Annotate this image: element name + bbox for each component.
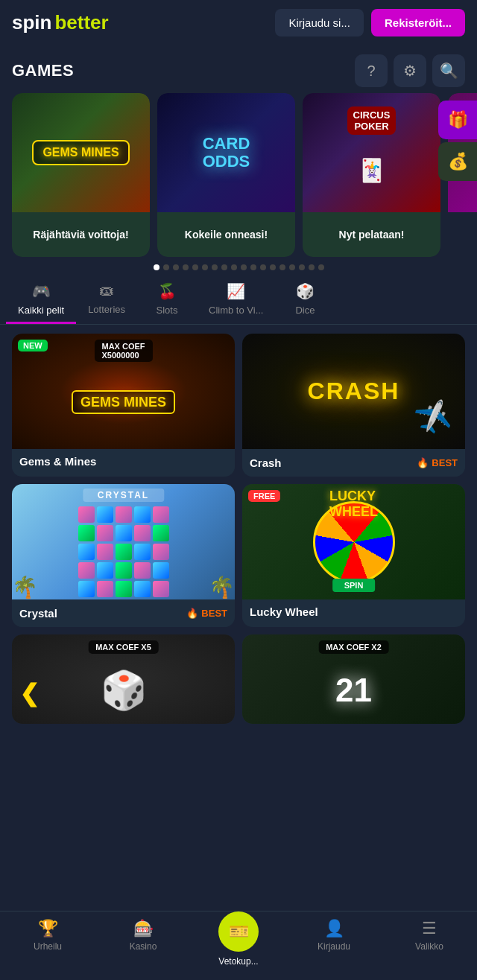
banner-gems-text: Räjähtäviä voittoja! [12, 212, 150, 257]
maxcoef-dice: MAX COEF X5 [88, 640, 159, 654]
crash-info-row: Crash 🔥 BEST [250, 456, 458, 469]
number-21: 21 [335, 672, 372, 709]
dot-2[interactable] [163, 264, 169, 270]
carousel-dots [0, 257, 477, 275]
tab-climb-label: Climb to Vi... [209, 305, 263, 316]
dot-14[interactable] [279, 264, 285, 270]
tab-dice-label: Dice [295, 305, 315, 316]
games-title: GAMES [12, 61, 74, 80]
tab-dice[interactable]: 🎲 Dice [275, 275, 335, 324]
crystal-gems-grid [78, 506, 169, 597]
register-button[interactable]: Rekisteröit... [371, 9, 465, 36]
help-button[interactable]: ? [355, 54, 388, 87]
dot-4[interactable] [183, 264, 189, 270]
game-wheel-name: Lucky Wheel [250, 605, 318, 618]
arrow-left: ❮ [19, 679, 40, 707]
game-gems-mines[interactable]: NEW MAX COEFX5000000 GEMS MINES Gems & M… [12, 334, 235, 477]
filter-button[interactable]: ⚙ [394, 54, 426, 87]
game-21-partial[interactable]: MAX COEF X2 21 [242, 634, 465, 724]
help-icon: ? [367, 63, 375, 80]
game-crash-name: Crash [250, 456, 282, 469]
dot-15[interactable] [289, 264, 295, 270]
game-wheel-info: Lucky Wheel [242, 599, 465, 626]
game-lucky-wheel[interactable]: FREE LUCKYWHEEL SPIN Lucky Wheel [242, 484, 465, 627]
game-gems-info: Gems & Mines [12, 449, 235, 476]
game-crash[interactable]: CRASH ✈️ Crash 🔥 BEST [242, 334, 465, 477]
banner-gems[interactable]: GEMS MINES Räjähtäviä voittoja! [12, 93, 150, 257]
lucky-wheel-title: LUCKYWHEEL [329, 489, 378, 520]
gift-icon-button[interactable]: 🎁 [438, 101, 477, 139]
game-dice-partial[interactable]: MAX COEF X5 🎲 ❮ [12, 634, 235, 724]
fire-icon-crystal: 🔥 [186, 608, 198, 619]
tab-lotteries[interactable]: 🎟 Lotteries [76, 275, 137, 324]
banner-circus-bg: CIRCUSPOKER 🃏 [303, 93, 440, 212]
maxcoef-gems: MAX COEFX5000000 [94, 340, 152, 362]
spin-button-graphic: SPIN [332, 579, 376, 592]
carousel-track: GEMS MINES Räjähtäviä voittoja! CARDODDS… [0, 93, 477, 257]
tab-climb[interactable]: 📈 Climb to Vi... [197, 275, 275, 324]
money-icon-button[interactable]: 💰 [438, 142, 477, 181]
tab-all-icon: 🎮 [32, 282, 51, 300]
game-21-thumb: MAX COEF X2 21 [242, 634, 465, 724]
tab-slots[interactable]: 🍒 Slots [137, 275, 197, 324]
tab-climb-icon: 📈 [227, 282, 245, 300]
crash-plane-icon: ✈️ [412, 398, 455, 439]
cardodds-logo: CARDODDS [203, 135, 250, 171]
dot-3[interactable] [173, 264, 179, 270]
maxcoef-21: MAX COEF X2 [318, 640, 389, 654]
circus-logo: CIRCUSPOKER [347, 106, 397, 135]
game-crystal-thumb: CRYSTAL [12, 484, 235, 599]
banner-circus[interactable]: CIRCUSPOKER 🃏 Nyt pelataan! [303, 93, 440, 257]
game-gems-thumb: NEW MAX COEFX5000000 GEMS MINES [12, 334, 235, 449]
float-icons: 🎁 💰 [438, 101, 477, 181]
banner-gems-bg: GEMS MINES [12, 93, 150, 212]
tag-new-gems: NEW [18, 340, 48, 351]
search-icon: 🔍 [440, 62, 458, 80]
crystal-header-text: CRYSTAL [83, 489, 164, 502]
dot-13[interactable] [270, 264, 276, 270]
tab-lotteries-label: Lotteries [88, 304, 125, 315]
filter-icon: ⚙ [403, 62, 417, 80]
crash-label: CRASH [308, 378, 400, 405]
banner-cardodds[interactable]: CARDODDS Kokeile onneasi! [157, 93, 295, 257]
games-bar: GAMES ? ⚙ 🔍 [0, 45, 477, 93]
dot-6[interactable] [202, 264, 208, 270]
banner-cardodds-bg: CARDODDS [157, 93, 295, 212]
tab-slots-label: Slots [157, 305, 178, 316]
dot-9[interactable] [231, 264, 237, 270]
crystal-info-row: Crystal 🔥 BEST [19, 607, 227, 620]
crash-best-badge: 🔥 BEST [417, 457, 458, 468]
dot-7[interactable] [212, 264, 218, 270]
dot-8[interactable] [221, 264, 227, 270]
logo-better: better [54, 11, 108, 34]
game-gems-name: Gems & Mines [19, 455, 96, 468]
games-grid: NEW MAX COEFX5000000 GEMS MINES Gems & M… [0, 325, 477, 733]
crystal-best-badge: 🔥 BEST [186, 608, 227, 619]
category-tabs: 🎮 Kaikki pelit 🎟 Lotteries 🍒 Slots 📈 Cli… [0, 275, 477, 325]
dot-16[interactable] [299, 264, 305, 270]
fire-icon-crash: 🔥 [417, 457, 429, 468]
game-crash-info: Crash 🔥 BEST [242, 449, 465, 477]
search-button[interactable]: 🔍 [432, 54, 465, 87]
login-button[interactable]: Kirjaudu si... [275, 9, 364, 36]
palm-right: 🌴 [209, 575, 235, 599]
tab-all-label: Kaikki pelit [18, 305, 64, 316]
logo-spin: spin [12, 11, 51, 34]
header-buttons: Kirjaudu si... Rekisteröit... [275, 9, 465, 36]
banner-circus-text: Nyt pelataan! [303, 212, 440, 257]
dot-10[interactable] [241, 264, 247, 270]
dot-17[interactable] [309, 264, 315, 270]
dot-1[interactable] [154, 264, 159, 270]
palm-left: 🌴 [12, 575, 38, 599]
logo: spin better [12, 11, 109, 34]
dot-11[interactable] [250, 264, 256, 270]
tab-dice-icon: 🎲 [296, 282, 315, 300]
dice-icon-graphic: 🎲 [101, 669, 147, 712]
game-crystal-name: Crystal [19, 607, 57, 620]
game-crystal[interactable]: CRYSTAL [12, 484, 235, 627]
tab-all[interactable]: 🎮 Kaikki pelit [6, 275, 76, 324]
tab-slots-icon: 🍒 [158, 282, 177, 300]
dot-5[interactable] [192, 264, 198, 270]
dot-18[interactable] [318, 264, 324, 270]
dot-12[interactable] [260, 264, 266, 270]
